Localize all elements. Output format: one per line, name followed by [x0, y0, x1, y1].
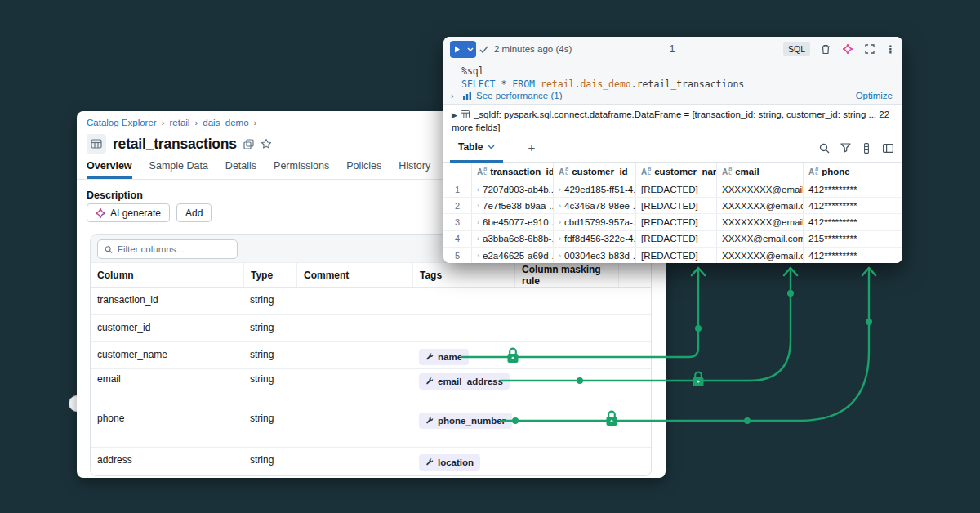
chevron-right-icon: ›	[162, 118, 165, 127]
connector-dot	[866, 319, 872, 325]
optimize-link[interactable]: Optimize	[856, 91, 893, 100]
tab-details[interactable]: Details	[225, 160, 256, 179]
expand-fullscreen-icon[interactable]	[863, 42, 876, 56]
result-header-customer-name[interactable]: ABCcustomer_name	[635, 163, 716, 181]
tag-pill-phone-number[interactable]: phone_number	[419, 413, 512, 429]
result-row-4[interactable]: 4 ›a3bba6e8-6b8b-... ›fdf8d456-322e-4...…	[443, 231, 902, 248]
side-panel-icon[interactable]	[881, 141, 894, 154]
tab-table-view[interactable]: Table	[450, 133, 503, 163]
ai-generate-label: AI generate	[110, 207, 161, 219]
cell-index: 1	[664, 37, 680, 61]
expand-cell-chevron-icon[interactable]: ›	[559, 185, 561, 194]
sqldf-text: _sqldf: pyspark.sql.connect.dataframe.Da…	[452, 109, 889, 132]
chevron-right-icon[interactable]: ›	[451, 91, 454, 100]
table-row-customer-name[interactable]: customer_name string name	[91, 342, 651, 369]
magic-command: %sql	[461, 65, 484, 77]
cell-kebab-icon[interactable]: ⋮	[885, 44, 896, 55]
string-type-icon: ABC	[641, 167, 651, 176]
tag-label: location	[438, 457, 474, 467]
column-type: string	[243, 408, 296, 447]
notebook-cell-panel: 2 minutes ago (4s) 1 SQL ⋮ %sql SELECT *…	[443, 37, 902, 263]
delete-cell-trash-icon[interactable]	[819, 42, 832, 56]
assistant-sparkle-icon[interactable]	[841, 42, 854, 56]
string-type-icon: ABC	[808, 167, 818, 176]
expand-cell-chevron-icon[interactable]: ›	[477, 202, 479, 210]
results-header-row: ABCtransaction_id ABCcustomer_id ABCcust…	[443, 163, 902, 181]
performance-chart-icon	[462, 91, 472, 103]
result-header-phone[interactable]: ABCphone	[803, 163, 902, 181]
search-results-icon[interactable]	[817, 141, 831, 154]
tab-sample-data[interactable]: Sample Data	[149, 160, 208, 179]
expand-cell-chevron-icon[interactable]: ›	[477, 185, 479, 194]
expand-cell-chevron-icon[interactable]: ›	[477, 218, 479, 226]
tag-pill-location[interactable]: location	[419, 454, 480, 471]
breadcrumb-dais-demo[interactable]: dais_demo	[203, 118, 248, 127]
row-number-header	[443, 163, 471, 181]
arrow-up-icon	[862, 268, 875, 275]
filter-columns-input[interactable]	[118, 244, 230, 254]
column-type: string	[243, 315, 296, 341]
performance-row: › See performance (1) Optimize	[443, 91, 902, 104]
language-badge[interactable]: SQL	[783, 42, 810, 56]
result-row-2[interactable]: 2 ›7e7f5e38-b9aa-... ›4c346a78-98ee-... …	[443, 198, 902, 214]
cell-toolbar: 2 minutes ago (4s) 1 SQL ⋮	[443, 37, 902, 61]
dataframe-table-icon	[461, 110, 470, 118]
filter-icon[interactable]	[839, 141, 852, 154]
result-header-transaction-id[interactable]: ABCtransaction_id	[471, 163, 553, 181]
breadcrumb-catalog-explorer[interactable]: Catalog Explorer	[87, 118, 157, 127]
sql-keyword: SELECT	[461, 78, 501, 90]
run-timestamp: 2 minutes ago (4s)	[494, 44, 572, 54]
expand-cell-chevron-icon[interactable]: ›	[477, 252, 479, 260]
expand-cell-chevron-icon[interactable]: ›	[477, 234, 479, 243]
add-label: Add	[185, 207, 203, 219]
column-name: customer_name	[91, 342, 243, 368]
favorite-star-icon[interactable]	[261, 138, 272, 149]
tag-pill-name[interactable]: name	[419, 349, 469, 365]
columns-table-header: Column Type Comment Tags Column masking …	[91, 263, 651, 288]
expand-cell-chevron-icon[interactable]: ›	[559, 234, 561, 243]
table-row-address[interactable]: address string location	[91, 448, 651, 476]
expand-cell-chevron-icon[interactable]: ›	[559, 218, 561, 226]
connector-dot	[744, 417, 751, 424]
sqldf-output-line[interactable]: ▶_sqldf: pyspark.sql.connect.dataframe.D…	[443, 105, 902, 133]
row-height-icon[interactable]	[860, 141, 873, 154]
tag-label: phone_number	[438, 416, 506, 426]
table-row-phone[interactable]: phone string phone_number	[91, 408, 651, 448]
expand-cell-chevron-icon[interactable]: ›	[559, 202, 561, 210]
ai-sparkle-icon	[96, 208, 105, 218]
sql-code-editor[interactable]: %sql SELECT * FROM retail.dais_demo.reta…	[461, 65, 744, 91]
tab-overview[interactable]: Overview	[87, 160, 132, 179]
copy-icon[interactable]	[243, 139, 254, 149]
chevron-right-icon: ›	[194, 118, 198, 127]
add-visualization-icon[interactable]: +	[523, 140, 540, 156]
play-icon[interactable]	[450, 46, 466, 53]
wrench-icon	[425, 353, 434, 361]
cell-results-section: ▶_sqldf: pyspark.sql.connect.dataframe.D…	[443, 104, 902, 263]
result-row-1[interactable]: 1 ›7207d903-ab4b... ›429ed185-ff51-4... …	[443, 181, 902, 198]
table-row-customer-id[interactable]: customer_id string	[91, 315, 651, 342]
tab-policies[interactable]: Policies	[346, 160, 381, 179]
see-performance-link[interactable]: See performance (1)	[476, 91, 562, 100]
col-header-tags: Tags	[412, 263, 514, 287]
breadcrumb-retail[interactable]: retail	[170, 118, 190, 127]
sql-star: *	[501, 78, 512, 90]
tag-pill-email-address[interactable]: email_address	[419, 373, 510, 390]
result-row-3[interactable]: 3 ›6be45077-e910... ›cbd15799-957a-... […	[443, 214, 902, 230]
table-row-email[interactable]: email string email_address	[91, 369, 651, 408]
table-tab-label: Table	[458, 141, 483, 153]
expander-triangle-icon[interactable]: ▶	[452, 111, 457, 119]
result-header-customer-id[interactable]: ABCcustomer_id	[553, 163, 635, 181]
ai-generate-button[interactable]: AI generate	[87, 203, 170, 222]
table-row-transaction-id[interactable]: transaction_id string	[91, 288, 651, 315]
tab-history[interactable]: History	[399, 160, 430, 179]
expand-cell-chevron-icon[interactable]: ›	[559, 252, 561, 260]
run-button[interactable]	[450, 41, 476, 58]
run-status: 2 minutes ago (4s)	[479, 37, 572, 61]
result-header-email[interactable]: ABCemail	[716, 163, 803, 181]
filter-columns-field[interactable]	[97, 239, 238, 259]
result-row-5[interactable]: 5 ›e2a46625-a69d-... ›00304ec3-b83d-... …	[443, 248, 902, 263]
tab-permissions[interactable]: Permissions	[274, 160, 329, 179]
results-view-tabs: Table +	[443, 133, 902, 163]
run-options-chevron-icon[interactable]	[466, 47, 475, 51]
add-description-button[interactable]: Add	[176, 203, 212, 222]
